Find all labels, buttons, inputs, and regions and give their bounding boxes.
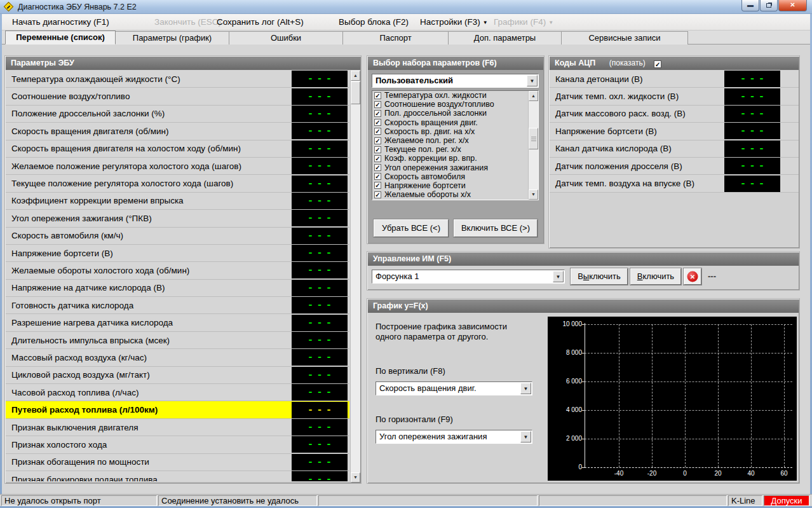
checkbox-checked-icon[interactable]: ✓ [374,155,381,162]
status-dopuski-badge: Допуски [764,495,809,506]
menu-item-4[interactable]: Выбор блока (F2) [339,14,409,31]
menu-item-label: Начать диагностику (F1) [12,17,109,27]
adc-value: --- [724,71,780,87]
param-row[interactable]: Желаемые обороты холостого хода (об/мин)… [6,262,349,279]
checkbox-checked-icon[interactable]: ✓ [374,173,381,180]
param-row[interactable]: Скорость вращения двигателя на холостом … [6,141,349,158]
checklist-item[interactable]: ✓Скорость вр. двиг. на х/х [372,127,538,136]
ecu-params-panel: Параметры ЭБУ Температура охлаждающей жи… [5,56,361,483]
im-off-button[interactable]: Выключить [571,268,628,285]
param-row[interactable]: Путевой расход топлива (л/100км)--- [6,401,349,418]
scroll-up-icon[interactable]: ▲ [529,91,538,101]
adc-show-checkbox-icon[interactable]: ✓ [654,60,661,68]
tab-6[interactable]: Сервисные записи [562,31,688,45]
checkbox-checked-icon[interactable]: ✓ [374,182,381,189]
im-on-button[interactable]: Включить [630,268,681,285]
tab-1[interactable]: Переменные (список) [5,31,116,45]
param-row[interactable]: Коэффициент коррекции времени впрыска--- [6,193,349,210]
param-row[interactable]: Желаемое положение регулятора холостого … [6,158,349,175]
scrollbar-thumb[interactable] [351,81,360,104]
param-row[interactable]: Признак холостого хода--- [6,436,349,453]
scroll-down-icon[interactable]: ▼ [351,472,360,483]
params-scrollbar[interactable]: ▲ ▼ [350,71,360,483]
checklist-item[interactable]: ✓Соотношение воздух/топливо [372,100,538,109]
adc-row: Канал датчика кислорода (В)--- [550,141,799,158]
scroll-up-icon[interactable]: ▲ [351,71,360,81]
chevron-down-icon[interactable]: ▼ [553,271,564,282]
param-row[interactable]: Признак блокировки подачи топлива--- [6,471,349,481]
checklist-item[interactable]: ✓Температура охл. жидкости [372,91,538,100]
param-value: --- [292,471,348,481]
checkbox-checked-icon[interactable]: ✓ [374,101,381,108]
checklist-item[interactable]: ✓Угол опережения зажигания [372,163,538,172]
vertical-axis-combobox[interactable]: Скорость вращения двиг. ▼ [376,381,532,395]
remove-all-button[interactable]: Убрать ВСЕ (<) [374,219,449,237]
param-row[interactable]: Скорость вращения двигателя (об/мин)--- [6,123,349,140]
param-row[interactable]: Часовой расход топлива (л/час)--- [6,384,349,401]
param-row[interactable]: Разрешение нагрева датчика кислорода--- [6,314,349,331]
checkbox-checked-icon[interactable]: ✓ [374,92,381,99]
preset-combobox[interactable]: Пользовательский ▼ [372,74,539,88]
scroll-down-icon[interactable]: ▼ [529,189,538,200]
horizontal-axis-combobox[interactable]: Угол опережения зажигания ▼ [376,430,532,444]
im-stop-button[interactable]: ✕ [684,268,701,285]
scrollbar-thumb[interactable] [529,128,538,149]
restore-button-icon[interactable] [760,0,778,11]
param-row[interactable]: Текущее положение регулятора холостого х… [6,175,349,192]
checkbox-checked-icon[interactable]: ✓ [374,191,381,198]
checkbox-checked-icon[interactable]: ✓ [374,119,381,126]
param-row[interactable]: Напряжение на датчике кислорода (В)--- [6,280,349,297]
param-row[interactable]: Температура охлаждающей жидкости (°С)--- [6,71,349,88]
param-value: --- [292,349,348,366]
checklist-item[interactable]: ✓Пол. дроссельной заслонки [372,109,538,118]
checklist-scrollbar[interactable]: ▲ ▼ [528,91,538,200]
checklist-item[interactable]: ✓Напряжение на ДК [372,199,538,200]
chevron-down-icon[interactable]: ▼ [527,75,538,86]
chart-gridline-v [751,324,752,467]
chevron-down-icon[interactable]: ▼ [520,383,531,394]
checklist-item[interactable]: ✓Коэф. коррекции вр. впр. [372,154,538,163]
window-title: Диагностика ЭБУ Январь 7.2 Е2 [18,3,137,11]
actuator-combobox[interactable]: Форсунка 1 ▼ [372,270,565,284]
chevron-down-icon[interactable]: ▼ [520,431,531,443]
param-row[interactable]: Признак выключения двигателя--- [6,419,349,436]
title-bar[interactable]: Диагностика ЭБУ Январь 7.2 Е2 ▬ ✕ [0,0,812,14]
param-row[interactable]: Напряжение бортсети (В)--- [6,245,349,262]
checklist-item[interactable]: ✓Скорость автомобиля [372,172,538,181]
checklist-item[interactable]: ✓Желаемое пол. рег. х/х [372,136,538,145]
param-row[interactable]: Длительность импульса впрыска (мсек)--- [6,332,349,349]
param-row[interactable]: Цикловой расход воздуха (мг/такт)--- [6,367,349,384]
checklist-item[interactable]: ✓Желаемые обороты х/х [372,190,538,199]
menu-item-1[interactable]: Начать диагностику (F1) [12,14,109,31]
minimize-button-icon[interactable]: ▬ [741,0,759,11]
param-row[interactable]: Скорость автомобиля (км/ч)--- [6,228,349,245]
add-all-button[interactable]: Включить ВСЕ (>) [454,219,538,237]
tab-3[interactable]: Ошибки [229,31,343,45]
param-row[interactable]: Соотношение воздух/топливо--- [6,88,349,105]
checklist-item[interactable]: ✓Текущее пол. рег. х/х [372,145,538,154]
param-value: --- [292,367,348,383]
param-row[interactable]: Массовый расход воздуха (кг/час)--- [6,349,349,366]
param-row[interactable]: Признак обогащения по мощности--- [6,454,349,471]
param-value: --- [292,419,348,436]
tab-4[interactable]: Паспорт [343,31,449,45]
tab-5[interactable]: Доп. параметры [449,31,562,45]
chart-x-tick-label: -40 [606,470,632,477]
param-row[interactable]: Готовность датчика кислорода--- [6,297,349,314]
close-button-icon[interactable]: ✕ [778,0,807,11]
checkbox-checked-icon[interactable]: ✓ [374,110,381,117]
param-row[interactable]: Положение дроссельной заслонки (%)--- [6,106,349,123]
checkbox-checked-icon[interactable]: ✓ [374,164,381,171]
menu-item-5[interactable]: Настройки (F3)▼ [420,14,488,31]
param-value: --- [292,262,348,278]
checkbox-checked-icon[interactable]: ✓ [374,137,381,144]
tab-2[interactable]: Параметры (график) [116,31,229,45]
menu-item-3[interactable]: Сохранить лог (Alt+S) [217,14,304,31]
checkbox-checked-icon[interactable]: ✓ [374,146,381,153]
param-row[interactable]: Угол опережения зажигания (°ПКВ)--- [6,210,349,227]
param-label: Путевой расход топлива (л/100км) [6,405,292,415]
param-value: --- [292,175,348,192]
checklist-item[interactable]: ✓Скорость вращения двиг. [372,118,538,127]
checklist-item[interactable]: ✓Напряжение бортсети [372,181,538,190]
checkbox-checked-icon[interactable]: ✓ [374,128,381,135]
